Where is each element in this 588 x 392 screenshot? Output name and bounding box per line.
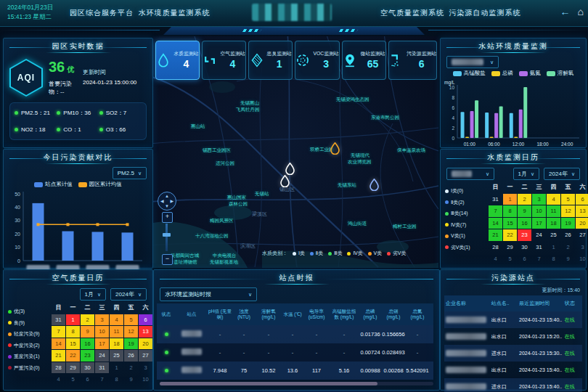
table-row[interactable]: 7.9487510.5213.61175.160.009880.002685.5… xyxy=(157,362,433,380)
calendar-day[interactable]: 8 xyxy=(110,374,123,385)
table-row[interactable]: 出水口2024-01-23 15:20..在线 xyxy=(444,328,582,345)
calendar-day[interactable]: 25 xyxy=(110,350,123,362)
zoom-slider-handle[interactable] xyxy=(163,233,171,237)
calendar-day[interactable]: 3 xyxy=(95,314,109,326)
calendar-day[interactable]: 13 xyxy=(576,205,588,217)
calendar-day[interactable]: 24 xyxy=(95,350,109,362)
calendar-day[interactable]: 19 xyxy=(124,338,138,350)
calendar-day[interactable]: 17 xyxy=(532,218,546,229)
table-row[interactable]: 出水口2024-01-23 15:40..在线 xyxy=(444,362,582,378)
calendar-day[interactable]: 9 xyxy=(124,374,138,385)
calendar-day[interactable]: 31 xyxy=(532,242,546,253)
map-pan-control[interactable]: ▲ ▼ ◀ ▶ xyxy=(158,192,176,211)
table-row[interactable]: 出水口2024-01-23 15:40..在线 xyxy=(444,311,582,328)
calendar-day[interactable]: 14 xyxy=(489,218,502,229)
calendar-day[interactable]: 22 xyxy=(66,350,80,362)
station-marker-icon[interactable] xyxy=(280,175,290,190)
calendar-day[interactable]: 29 xyxy=(503,242,517,253)
calendar-day[interactable]: 4 xyxy=(547,194,560,205)
calendar-day[interactable]: 9 xyxy=(561,253,575,265)
calendar-day[interactable]: 27 xyxy=(139,350,152,362)
calendar-day[interactable]: 24 xyxy=(532,229,546,241)
month-select[interactable]: 1月∨ xyxy=(513,168,540,180)
pan-left-icon[interactable]: ◀ xyxy=(160,199,164,203)
pan-right-icon[interactable]: ▶ xyxy=(170,199,173,203)
calendar-day[interactable]: 7 xyxy=(489,205,502,217)
calendar-day[interactable]: 12 xyxy=(124,326,138,338)
calendar-day[interactable]: 17 xyxy=(95,338,109,350)
report-type-select[interactable]: 水环境监测站时报∨ xyxy=(160,287,257,301)
calendar-day[interactable]: 13 xyxy=(139,326,152,338)
table-row[interactable]: ------0.017360.156656-- xyxy=(157,325,433,343)
hscrollbar-thumb[interactable] xyxy=(160,382,377,385)
calendar-day[interactable]: 23 xyxy=(81,350,94,362)
pan-up-icon[interactable]: ▲ xyxy=(165,194,169,198)
zoom-out-button[interactable]: − xyxy=(162,254,173,265)
calendar-day[interactable]: 3 xyxy=(576,242,588,253)
station-button-pin[interactable]: 微站监测站65 xyxy=(342,41,386,80)
station-select-censored[interactable]: ∨ xyxy=(446,168,494,180)
calendar-day[interactable]: 23 xyxy=(518,229,531,241)
calendar-day[interactable]: 2 xyxy=(124,362,138,374)
calendar-day[interactable]: 10 xyxy=(576,253,588,265)
calendar-day[interactable]: 4 xyxy=(110,314,123,326)
calendar-day[interactable]: 11 xyxy=(110,326,123,338)
calendar-day[interactable]: 15 xyxy=(503,218,517,229)
calendar-day[interactable]: 8 xyxy=(66,326,80,338)
pollutant-select[interactable]: PM2.5∨ xyxy=(113,167,147,179)
calendar-day[interactable]: 31 xyxy=(95,362,109,374)
calendar-day[interactable]: 6 xyxy=(81,374,94,385)
calendar-day[interactable]: 11 xyxy=(547,205,560,217)
pan-down-icon[interactable]: ▼ xyxy=(165,204,169,208)
station-marker-icon[interactable] xyxy=(330,142,340,158)
calendar-day[interactable]: 12 xyxy=(561,205,575,217)
table-row[interactable]: 进水口2024-01-23 15:40..在线 xyxy=(444,378,582,392)
calendar-day[interactable]: 5 xyxy=(124,314,138,326)
calendar-day[interactable]: 8 xyxy=(503,205,517,217)
calendar-day[interactable]: 29 xyxy=(66,362,80,374)
calendar-day[interactable]: 18 xyxy=(547,218,560,229)
calendar-day[interactable]: 16 xyxy=(81,338,94,350)
calendar-day[interactable]: 7 xyxy=(52,326,65,338)
calendar-day[interactable]: 19 xyxy=(561,218,575,229)
home-icon[interactable]: ⌂ xyxy=(578,6,584,17)
nav-item-4[interactable]: 污染源自动监测系统 xyxy=(449,8,521,18)
station-button-water-drop[interactable]: 水质监测站4 xyxy=(155,41,200,80)
calendar-day[interactable]: 1 xyxy=(66,314,80,326)
calendar-day[interactable]: 6 xyxy=(518,253,531,265)
calendar-day[interactable]: 27 xyxy=(576,229,588,241)
table-row[interactable]: 进水口2024-01-23 15:30..在线 xyxy=(444,345,582,362)
station-button-odor[interactable]: 恶臭监测站1 xyxy=(248,41,293,80)
calendar-day[interactable]: 2 xyxy=(561,242,575,253)
calendar-day[interactable]: 4 xyxy=(52,374,65,385)
calendar-day[interactable]: 10 xyxy=(139,374,152,385)
station-select-censored[interactable]: ∨ xyxy=(446,56,499,68)
zoom-slider-track[interactable] xyxy=(166,224,168,251)
calendar-day[interactable]: 26 xyxy=(124,350,138,362)
calendar-day[interactable]: 26 xyxy=(561,229,575,241)
calendar-day[interactable]: 31 xyxy=(489,194,502,205)
calendar-day[interactable]: 15 xyxy=(66,338,80,350)
calendar-day[interactable]: 25 xyxy=(547,229,560,241)
table-row[interactable]: ------0.007240.028493-- xyxy=(157,343,433,362)
calendar-day[interactable]: 5 xyxy=(66,374,80,385)
year-select[interactable]: 2024年∨ xyxy=(544,168,580,180)
calendar-day[interactable]: 7 xyxy=(95,374,109,385)
nav-item-3[interactable]: 空气质量监测系统 xyxy=(380,8,444,18)
calendar-day[interactable]: 20 xyxy=(139,338,152,350)
calendar-day[interactable]: 9 xyxy=(518,205,531,217)
calendar-day[interactable]: 9 xyxy=(81,326,94,338)
calendar-day[interactable]: 16 xyxy=(518,218,531,229)
station-marker-icon[interactable] xyxy=(369,179,379,194)
back-arrow-icon[interactable]: ← xyxy=(560,6,571,17)
calendar-day[interactable]: 30 xyxy=(81,362,94,374)
calendar-day[interactable]: 28 xyxy=(489,242,502,253)
calendar-day[interactable]: 2 xyxy=(518,194,531,205)
year-select[interactable]: 2024年∨ xyxy=(110,288,147,301)
calendar-day[interactable]: 31 xyxy=(52,314,65,326)
calendar-day[interactable]: 3 xyxy=(532,194,546,205)
nav-item-2[interactable]: 水环境质量监测系统 xyxy=(139,8,211,18)
calendar-day[interactable]: 21 xyxy=(489,229,502,241)
station-button-voc[interactable]: VOC监测站3 xyxy=(295,41,339,80)
calendar-day[interactable]: 1 xyxy=(547,242,560,253)
